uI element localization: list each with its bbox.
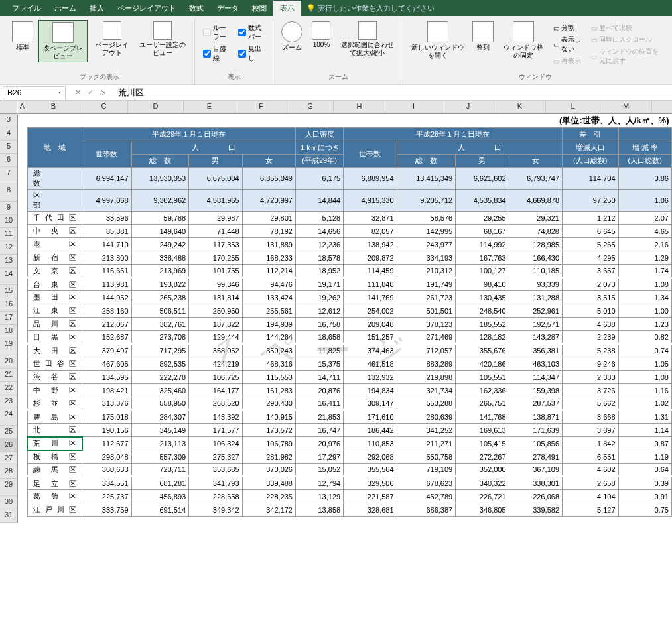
cell[interactable]: 114,992	[456, 238, 509, 251]
cell[interactable]: 2,239	[563, 331, 619, 344]
region-name[interactable]: 江 東 区	[27, 304, 82, 318]
cell[interactable]: 138,942	[344, 238, 397, 251]
region-name[interactable]: 渋 谷 区	[27, 371, 82, 384]
cell[interactable]: 280,639	[397, 410, 456, 424]
cell[interactable]: 226,721	[456, 490, 509, 503]
cell[interactable]: 356,381	[509, 344, 562, 357]
cell[interactable]: 228,235	[242, 490, 295, 503]
btn-custom-views[interactable]: ユーザー設定のビュー	[137, 20, 190, 58]
cell[interactable]: 平成29年１月１日現在	[82, 128, 296, 141]
cell[interactable]: 321,734	[397, 384, 456, 397]
cell[interactable]: 167,763	[456, 251, 509, 265]
cell[interactable]: 3,515	[563, 291, 619, 304]
cell[interactable]	[18, 344, 27, 357]
tab-pagelayout[interactable]: ページレイアウト	[111, 1, 182, 16]
cell[interactable]	[18, 278, 27, 291]
chk-split[interactable]: ▭分割	[553, 23, 583, 33]
cell[interactable]: 12,236	[295, 238, 343, 251]
cell[interactable]: 2.16	[618, 238, 671, 251]
cell[interactable]: 1.00	[618, 304, 671, 318]
cell[interactable]	[18, 503, 27, 517]
row-header[interactable]: 26	[0, 439, 17, 452]
cell[interactable]: 4,535,834	[456, 190, 509, 212]
cell[interactable]: 117,353	[189, 238, 242, 251]
cell[interactable]: 4,581,965	[189, 190, 242, 212]
cell[interactable]: 261,723	[397, 291, 456, 304]
region-name[interactable]: 板 橋 区	[27, 450, 82, 464]
cell[interactable]: 33,596	[82, 212, 131, 225]
cell[interactable]: 159,398	[509, 384, 562, 397]
row-header[interactable]: 21	[0, 369, 17, 382]
cell[interactable]: 59,788	[131, 212, 189, 225]
cell[interactable]: 334,193	[397, 251, 456, 265]
cell[interactable]: 149,640	[131, 225, 189, 238]
cell[interactable]: 359,243	[242, 344, 295, 357]
cell[interactable]: 総 数	[27, 168, 82, 190]
cell[interactable]	[18, 397, 27, 410]
cell[interactable]: 175,018	[82, 410, 131, 424]
cell[interactable]: 211,271	[397, 437, 456, 450]
cell[interactable]: 101,755	[189, 265, 242, 278]
cell[interactable]: 292,068	[344, 450, 397, 464]
fx-icon[interactable]: fx	[98, 88, 109, 97]
cell[interactable]: 5,010	[563, 304, 619, 318]
cell[interactable]: 114,704	[563, 168, 619, 190]
cell[interactable]: 298,048	[82, 450, 131, 464]
cell[interactable]: 58,576	[397, 212, 456, 225]
cell[interactable]: 2.07	[618, 212, 671, 225]
cell[interactable]: 0.64	[618, 464, 671, 477]
cell[interactable]: 29,255	[456, 212, 509, 225]
cell[interactable]: 110,853	[344, 437, 397, 450]
cell[interactable]: 4,997,068	[82, 190, 131, 212]
cell[interactable]: 228,658	[189, 490, 242, 503]
cell[interactable]: 379,497	[82, 344, 131, 357]
cell[interactable]: 14,844	[295, 190, 343, 212]
cell[interactable]: 254,002	[344, 304, 397, 318]
cell[interactable]: 3,668	[563, 410, 619, 424]
cell[interactable]: 6,675,004	[189, 168, 242, 190]
cell[interactable]: 114,347	[509, 371, 562, 384]
cell[interactable]	[18, 410, 27, 424]
cell[interactable]: 273,708	[131, 331, 189, 344]
cell[interactable]: 452,789	[397, 490, 456, 503]
cell[interactable]: 143,392	[189, 410, 242, 424]
enter-icon[interactable]: ✓	[85, 88, 96, 97]
cell[interactable]: 18,578	[295, 251, 343, 265]
cell[interactable]: 112,214	[242, 265, 295, 278]
cell[interactable]: 143,287	[509, 331, 562, 344]
cell[interactable]: 98,410	[456, 278, 509, 291]
cell[interactable]: 区 部	[27, 190, 82, 212]
cell[interactable]: 213,800	[82, 251, 131, 265]
cell[interactable]: 186,442	[344, 424, 397, 437]
cell[interactable]: 341,252	[397, 424, 456, 437]
cell[interactable]	[18, 304, 27, 318]
cell[interactable]: 338,301	[509, 477, 562, 490]
cell[interactable]: 1.31	[618, 410, 671, 424]
cell[interactable]: 192,571	[509, 318, 562, 331]
cell[interactable]: 382,761	[131, 318, 189, 331]
cell[interactable]: 0.87	[618, 437, 671, 450]
cell[interactable]: 1.02	[618, 397, 671, 410]
cell[interactable]: 100,127	[456, 265, 509, 278]
cell[interactable]: 女	[509, 155, 562, 168]
cell[interactable]: 男	[456, 155, 509, 168]
name-box[interactable]: B26	[3, 86, 66, 99]
region-name[interactable]: 江 戸 川 区	[27, 503, 82, 517]
cell[interactable]	[18, 155, 27, 168]
cell[interactable]: 463,103	[509, 357, 562, 371]
cell[interactable]: 14,711	[295, 371, 343, 384]
cell[interactable]: 467,605	[82, 357, 131, 371]
cell[interactable]: 194,834	[344, 384, 397, 397]
region-name[interactable]: 豊 島 区	[27, 410, 82, 424]
cell[interactable]: 13,530,053	[131, 168, 189, 190]
cell[interactable]: 6,793,747	[509, 168, 562, 190]
cell[interactable]: 162,336	[456, 384, 509, 397]
region-name[interactable]: 港 区	[27, 238, 82, 251]
cell[interactable]: 0.91	[618, 490, 671, 503]
cell[interactable]: 5,127	[563, 503, 619, 517]
cell[interactable]: 250,950	[189, 304, 242, 318]
cell[interactable]: 0.74	[618, 344, 671, 357]
formula-input[interactable]: 荒川区	[113, 86, 672, 100]
cell[interactable]: (平成29年)	[295, 155, 343, 168]
cell[interactable]: 339,488	[242, 477, 295, 490]
